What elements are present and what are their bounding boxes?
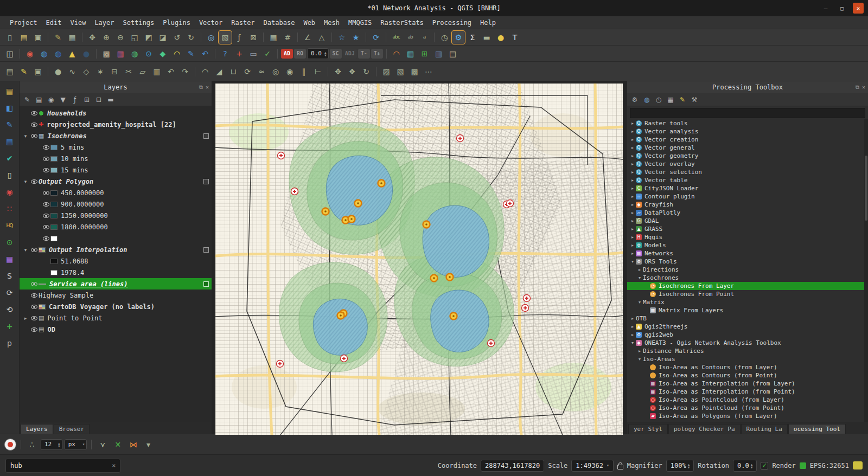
visibility-toggle[interactable] [29, 305, 39, 309]
proc-options-button[interactable]: ⚒ [689, 94, 700, 105]
visibility-toggle[interactable] [41, 145, 50, 150]
p-circle-dock-button[interactable]: p [3, 337, 17, 350]
data-source-manager-button[interactable]: ◫ [3, 47, 16, 60]
select-by-expression-button[interactable]: ƒ [233, 31, 246, 44]
expand-arrow-icon[interactable]: ▾ [629, 340, 636, 345]
right-dock-tab[interactable]: ocessing Tool [788, 424, 846, 434]
globe-dark-button[interactable]: ● [80, 47, 93, 60]
web-globe-wfs-button[interactable]: ◍ [52, 47, 65, 60]
globe-green-button[interactable]: ◍ [128, 47, 141, 60]
processing-algorithm-row[interactable]: ▸OTB [627, 314, 868, 323]
add-grid-tool-button[interactable]: ⊞ [418, 47, 431, 60]
cup-dock-button[interactable]: ▯ [3, 169, 17, 182]
interpolation-dock-button[interactable]: ▦ [3, 253, 17, 266]
statistics-summary-button[interactable]: Σ [466, 31, 479, 44]
processing-algorithm-row[interactable]: ▸QVector selection [627, 168, 868, 176]
filter-by-expression-button[interactable]: ƒ [69, 94, 80, 105]
visibility-toggle[interactable] [29, 179, 39, 184]
layer-row[interactable]: ▾Output Interpolation [20, 244, 212, 255]
scrollbar[interactable] [864, 119, 868, 422]
zoom-last-button[interactable]: ↺ [170, 31, 183, 44]
menu-mesh[interactable]: Mesh [320, 18, 344, 28]
fill-ring-button[interactable]: ◉ [283, 65, 296, 78]
menu-database[interactable]: Database [259, 18, 299, 28]
layer-row[interactable]: 900.0000000 [20, 198, 212, 210]
move-feature-button[interactable]: ✥ [331, 65, 344, 78]
expand-arrow-icon[interactable]: ▾ [22, 179, 29, 184]
scale-combobox[interactable]: 1:49362 ▾ [571, 460, 613, 472]
processing-algorithm-row[interactable]: ○Iso-Area as Pointcloud (from Point) [627, 404, 868, 412]
remove-layer-button[interactable]: ▬ [105, 94, 116, 105]
processing-algorithm-row[interactable]: ▦Iso-Area as Interpolation (from Point) [627, 388, 868, 396]
expand-arrow-icon[interactable]: ▸ [629, 210, 636, 215]
right-dock-tab[interactable]: yer Styl [628, 424, 668, 434]
teal-check-dock-button[interactable]: ✔ [3, 152, 17, 165]
layer-row[interactable]: ▸▤Point to Point [20, 312, 212, 324]
layer-row[interactable]: 5 mins [20, 141, 212, 153]
project-new-button[interactable]: ▯ [3, 31, 16, 44]
cad-distance-value[interactable]: 0.0▲▼ [307, 48, 329, 59]
layer-row[interactable]: 1800.0000000 [20, 221, 212, 233]
menu-edit[interactable]: Edit [42, 18, 66, 28]
deselect-all-button[interactable]: ⊠ [247, 31, 260, 44]
menu-layer[interactable]: Layer [90, 18, 118, 28]
processing-toolbox-toggle-button[interactable]: ⚙ [452, 31, 465, 44]
visibility-toggle[interactable] [41, 225, 50, 229]
proc-edit-in-place-button[interactable]: ✎ [677, 94, 688, 105]
delete-selected-button[interactable]: ⊟ [108, 65, 121, 78]
locator-search[interactable]: hub ✕ [5, 459, 120, 473]
layer-indicator-badge[interactable] [203, 247, 209, 253]
maximize-button[interactable]: ▢ [837, 3, 847, 14]
layer-row[interactable]: 450.0000000 [20, 187, 212, 198]
red-dots-dock-button[interactable]: ∷ [3, 202, 17, 215]
project-open-button[interactable]: ▤ [17, 31, 30, 44]
expand-arrow-icon[interactable]: ▾ [636, 357, 643, 362]
processing-algorithm-row[interactable]: ▸▱DataPlotly [627, 209, 868, 217]
processing-algorithm-row[interactable]: ▦Matrix From Layers [627, 306, 868, 314]
expand-arrow-icon[interactable]: ▸ [629, 121, 636, 126]
qgis2threejs-toolbar-button[interactable]: ▲ [66, 47, 79, 60]
expand-arrow-icon[interactable]: ▸ [629, 129, 636, 134]
cut-features-button[interactable]: ✂ [122, 65, 135, 78]
processing-algorithm-row[interactable]: ▸◆Crayfish [627, 201, 868, 209]
rotate-feature-button[interactable]: ⟳ [241, 65, 254, 78]
snapping-options-button[interactable]: ∴ [25, 438, 39, 451]
layer-row[interactable]: Service area (lines) [20, 278, 212, 290]
layer-indicator-badge[interactable] [203, 281, 209, 287]
text-annotation-button[interactable]: T [508, 31, 521, 44]
layers-panel-tab[interactable]: Browser [54, 424, 90, 434]
reshape-features-button[interactable]: ◠ [199, 65, 212, 78]
label-pin-button[interactable]: ab [404, 31, 417, 44]
expand-arrow-icon[interactable]: ▸ [629, 170, 636, 175]
qgis-hub-button[interactable]: ◉ [23, 47, 36, 60]
processing-algorithm-row[interactable]: ▸Distance Matrices [627, 347, 868, 355]
osm-place-search-button[interactable]: ⊙ [142, 47, 155, 60]
manage-map-themes-button[interactable]: ◉ [46, 94, 56, 105]
expand-arrow-icon[interactable]: ▾ [22, 133, 29, 139]
expand-arrow-icon[interactable]: ▸ [22, 316, 29, 321]
crs-status-icon[interactable] [800, 462, 806, 469]
scale-lock-icon[interactable] [617, 465, 623, 469]
processing-algorithm-row[interactable]: ▸≈Contour plugin [627, 192, 868, 201]
expand-arrow-icon[interactable]: ▸ [629, 227, 636, 231]
proc-results-viewer-button[interactable]: ▦ [665, 94, 676, 105]
processing-algorithm-row[interactable]: ▸▦Networks [627, 249, 868, 258]
processing-algorithm-row[interactable]: ▰Iso-Area as Polygons (from Layer) [627, 412, 868, 420]
layer-row[interactable]: Highway Sample [20, 290, 212, 301]
menu-project[interactable]: Project [5, 18, 42, 28]
edits-check-button[interactable]: ✓ [261, 47, 274, 60]
expand-arrow-icon[interactable]: ▸ [636, 349, 643, 353]
processing-algorithm-row[interactable]: ▸QRaster tools [627, 119, 868, 127]
split-features-button[interactable]: ◢ [213, 65, 226, 78]
expand-arrow-icon[interactable]: ▾ [636, 275, 643, 280]
expand-arrow-icon[interactable]: ▾ [629, 259, 636, 264]
processing-algorithm-row[interactable]: ○Iso-Area as Pointcloud (from Layer) [627, 396, 868, 404]
spinner-arrows-icon[interactable]: ▲▼ [56, 442, 60, 447]
collapse-all-button[interactable]: ⊟ [93, 94, 104, 105]
snap-unit[interactable]: px▾ [65, 439, 87, 450]
qgis-logo-icon[interactable] [4, 439, 16, 451]
zoom-next-button[interactable]: ↻ [184, 31, 197, 44]
visibility-toggle[interactable] [29, 134, 39, 138]
undo-map-button[interactable]: ↶ [199, 47, 212, 60]
visibility-toggle[interactable] [29, 327, 39, 332]
